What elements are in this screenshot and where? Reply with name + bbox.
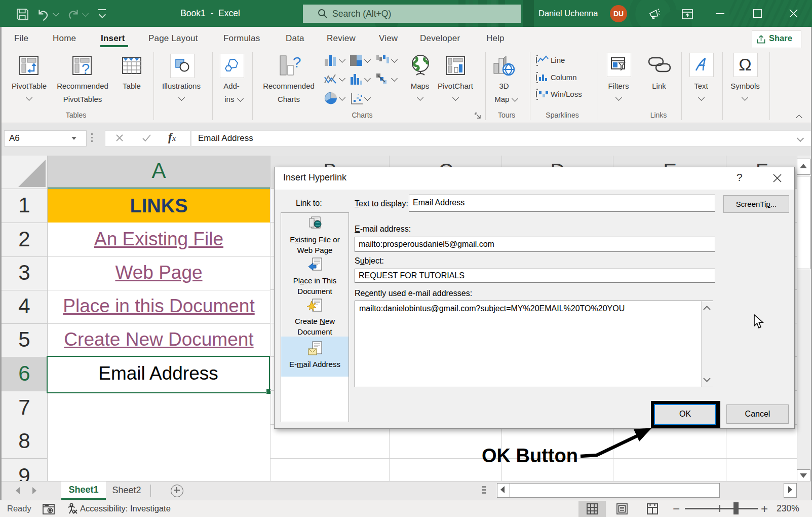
svg-text:?: ? bbox=[82, 61, 90, 77]
svg-text:?: ? bbox=[293, 54, 301, 70]
